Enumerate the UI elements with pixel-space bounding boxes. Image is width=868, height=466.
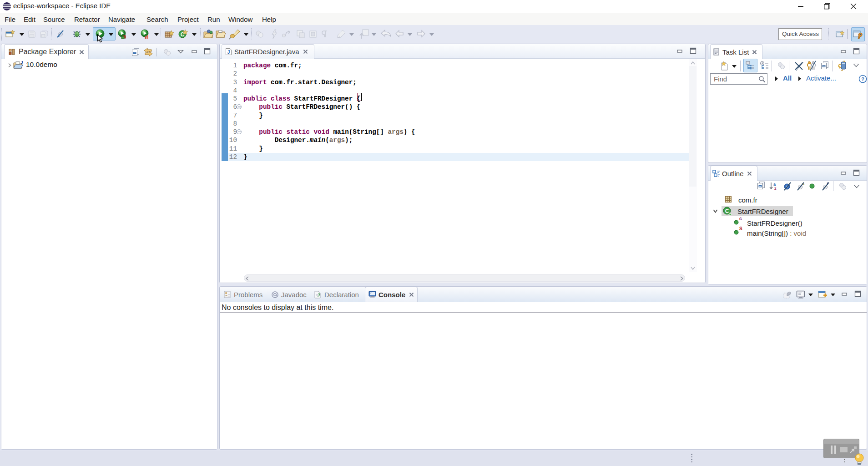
svg-text:C: C <box>725 208 729 214</box>
svg-text:z: z <box>774 186 777 191</box>
svg-text:J: J <box>227 50 230 55</box>
svg-text:?: ? <box>861 76 864 82</box>
svg-text:J: J <box>21 61 23 65</box>
